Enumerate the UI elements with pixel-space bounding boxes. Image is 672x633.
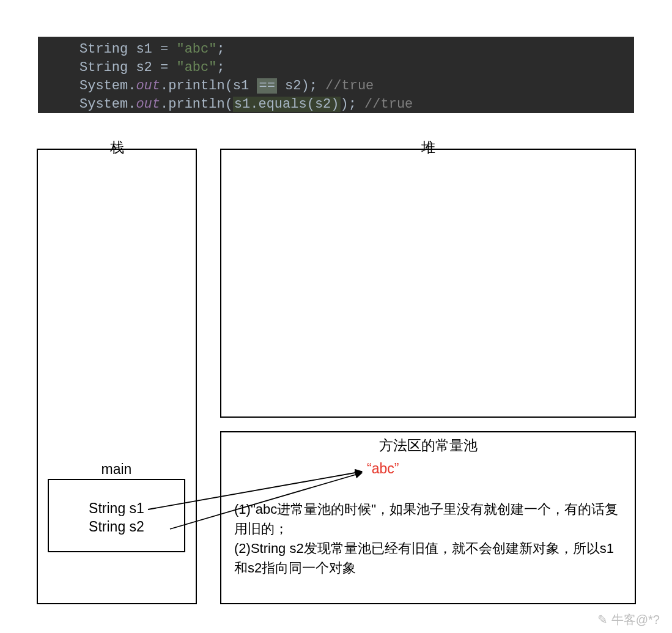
s1-label: String s1 bbox=[48, 500, 185, 517]
constant-pool-label: 方法区的常量池 bbox=[220, 436, 636, 455]
note-1: (1)"abc进常量池的时候"，如果池子里没有就创建一个，有的话复用旧的； bbox=[234, 500, 626, 539]
main-label: main bbox=[48, 461, 185, 478]
s2-label: String s2 bbox=[48, 519, 185, 535]
explanation-text: (1)"abc进常量池的时候"，如果池子里没有就创建一个，有的话复用旧的； (2… bbox=[234, 500, 626, 578]
watermark: ✎ 牛客@*? bbox=[597, 612, 660, 628]
watermark-icon: ✎ bbox=[597, 613, 608, 626]
code-block: String s1 = "abc"; String s2 = "abc"; Sy… bbox=[38, 37, 634, 113]
code-text: String s1 = "abc"; String s2 = "abc"; Sy… bbox=[79, 42, 413, 112]
heap-label: 堆 bbox=[220, 138, 636, 157]
abc-constant: “abc” bbox=[367, 461, 399, 477]
memory-diagram: 栈 堆 方法区的常量池 “abc” main String s1 String … bbox=[37, 138, 639, 609]
note-2: (2)String s2发现常量池已经有旧值，就不会创建新对象，所以s1和s2指… bbox=[234, 539, 626, 578]
stack-label: 栈 bbox=[37, 138, 197, 157]
heap-box bbox=[220, 149, 636, 418]
